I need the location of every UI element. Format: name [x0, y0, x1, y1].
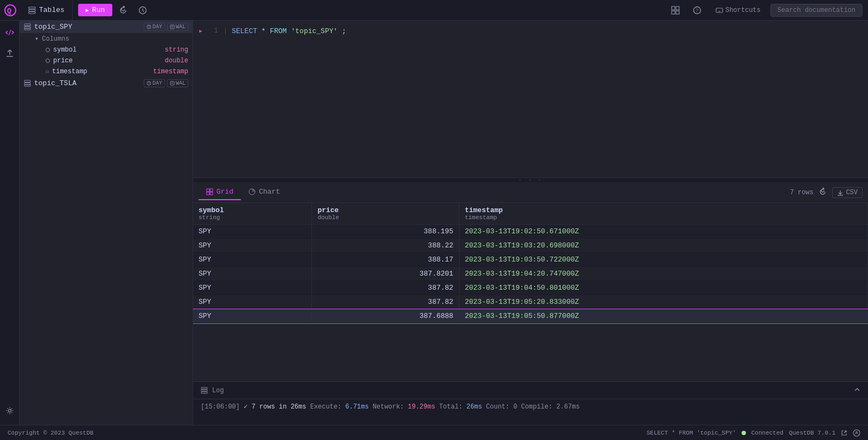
td-price: 387.82	[312, 281, 459, 295]
status-right: SELECT * FROM 'topic_SPY' Connected Ques…	[647, 429, 860, 437]
code-line-1: ▶ 1 | SELECT * FROM 'topic_SPY' ;	[193, 25, 868, 37]
td-timestamp: 2023-03-13T19:02:50.671000Z	[459, 225, 867, 239]
tree-tsla-badges: DAY WAL	[144, 79, 188, 87]
refresh-icon	[119, 6, 127, 15]
str-val: 'topic_SPY'	[291, 27, 337, 35]
clock-small-icon	[146, 81, 151, 86]
svg-text:Q: Q	[7, 7, 11, 15]
svg-rect-3	[29, 9, 35, 11]
col-header-timestamp: timestamp timestamp	[459, 203, 867, 225]
log-collapse-button[interactable]	[854, 386, 860, 395]
svg-rect-7	[676, 7, 679, 10]
td-symbol: SPY	[193, 309, 312, 323]
download-icon	[837, 189, 844, 196]
data-table-wrap[interactable]: symbol string price double timestamp tim…	[193, 203, 868, 381]
svg-rect-9	[676, 11, 679, 14]
refresh-button[interactable]	[114, 4, 132, 17]
table-row[interactable]: SPY 387.82 2023-03-13T19:04:50.801000Z	[193, 281, 868, 295]
table-tree: topic_SPY DAY WAL ▾ Columns symbol	[20, 21, 193, 425]
columns-section: ▾ Columns symbol string price double ⍾ t…	[20, 33, 193, 77]
wal-icon	[170, 24, 175, 29]
svg-rect-36	[207, 192, 209, 195]
tree-table-tsla[interactable]: topic_TSLA DAY WAL	[20, 77, 193, 90]
log-execute-val: 6.71ms	[346, 403, 369, 411]
td-price: 388.195	[312, 225, 459, 239]
results-tabs: Grid Chart 7 rows	[193, 182, 868, 203]
wal-icon	[170, 81, 175, 86]
svg-text:?: ?	[696, 8, 699, 14]
csv-export-button[interactable]: CSV	[832, 187, 863, 198]
columns-header[interactable]: ▾ Columns	[30, 33, 193, 44]
log-table-icon	[201, 387, 208, 394]
svg-rect-8	[672, 11, 675, 14]
table-icon	[24, 23, 31, 30]
log-execute-label: Execute:	[310, 403, 342, 411]
svg-rect-41	[201, 390, 207, 391]
log-success-icon: ✓	[244, 403, 247, 411]
td-price: 387.8201	[312, 267, 459, 281]
td-price: 387.6888	[312, 309, 459, 323]
svg-rect-40	[201, 387, 207, 389]
col-header-symbol: symbol string	[193, 203, 312, 225]
log-total-val: 26ms	[467, 403, 482, 411]
table-row[interactable]: SPY 388.195 2023-03-13T19:02:50.671000Z	[193, 225, 868, 239]
log-total-label: Total:	[439, 403, 462, 411]
tables-label: Tables	[39, 6, 65, 14]
icon-sidebar	[0, 21, 20, 425]
tables-nav[interactable]: Tables	[21, 0, 73, 20]
chart-tab-icon	[248, 188, 256, 195]
sidebar-icon-upload[interactable]	[3, 47, 16, 60]
editor-results: ▶ 1 | SELECT * FROM 'topic_SPY' ; · · ·	[193, 21, 868, 425]
code-editor[interactable]: ▶ 1 | SELECT * FROM 'topic_SPY' ;	[193, 21, 868, 178]
semicolon: ;	[342, 27, 346, 35]
svg-rect-42	[201, 392, 207, 393]
shortcuts-button[interactable]: Shortcuts	[710, 4, 766, 16]
tables-icon	[28, 7, 36, 14]
copyright-label: Copyright © 2023 QuestDB	[8, 430, 93, 436]
sidebar-icon-settings[interactable]	[3, 404, 16, 417]
svg-rect-2	[29, 7, 35, 9]
col-timestamp: ⍾ timestamp timestamp	[30, 66, 193, 77]
help-button[interactable]: ?	[688, 4, 706, 17]
github-icon[interactable]	[853, 429, 860, 437]
svg-rect-20	[24, 24, 30, 26]
search-docs-input[interactable]	[770, 4, 863, 17]
run-button[interactable]: Run	[78, 4, 112, 16]
svg-point-45	[856, 431, 858, 433]
status-bar: Copyright © 2023 QuestDB SELECT * FROM '…	[0, 425, 868, 440]
external-link-icon[interactable]	[841, 430, 847, 436]
refresh-results-icon	[819, 188, 827, 196]
table-row[interactable]: SPY 387.82 2023-03-13T19:05:20.833000Z	[193, 295, 868, 309]
results-refresh-button[interactable]	[819, 188, 827, 197]
table-row[interactable]: SPY 387.8201 2023-03-13T19:04:20.747000Z	[193, 267, 868, 281]
log-rows: 7 rows in 26ms	[252, 403, 307, 411]
td-price: 387.82	[312, 295, 459, 309]
table-row[interactable]: SPY 388.22 2023-03-13T19:03:20.698000Z	[193, 239, 868, 253]
log-header[interactable]: Log	[193, 382, 868, 399]
table-row[interactable]: SPY 387.6888 2023-03-13T19:05:50.877000Z	[193, 309, 868, 323]
table-row[interactable]: SPY 388.17 2023-03-13T19:03:50.722000Z	[193, 253, 868, 267]
sidebar-icon-code[interactable]	[3, 26, 16, 39]
tab-chart[interactable]: Chart	[241, 184, 288, 200]
clock-icon	[138, 6, 147, 15]
log-section: Log [15:06:00] ✓ 7 rows in 26ms Execute:…	[193, 381, 868, 425]
td-price: 388.17	[312, 253, 459, 267]
svg-rect-6	[672, 7, 675, 10]
svg-rect-35	[210, 189, 213, 192]
svg-rect-31	[170, 81, 174, 85]
resize-handle[interactable]: · · ·	[193, 178, 868, 182]
top-bar: Q Tables Run	[0, 0, 868, 21]
tab-grid[interactable]: Grid	[199, 184, 241, 200]
table-spy-label: topic_SPY	[34, 23, 141, 31]
col-circle-icon	[46, 48, 50, 52]
history-button[interactable]	[134, 4, 151, 17]
data-table: symbol string price double timestamp tim…	[193, 203, 868, 323]
grid-icon-button[interactable]	[667, 4, 684, 17]
badge-wal-spy: WAL	[167, 23, 188, 31]
top-bar-right: ? Shortcuts	[667, 4, 868, 17]
td-symbol: SPY	[193, 281, 312, 295]
tree-table-spy[interactable]: topic_SPY DAY WAL	[20, 21, 193, 33]
kw-star: *	[261, 27, 266, 35]
logo: Q	[0, 0, 21, 21]
log-network-val: 19.29ms	[408, 403, 435, 411]
